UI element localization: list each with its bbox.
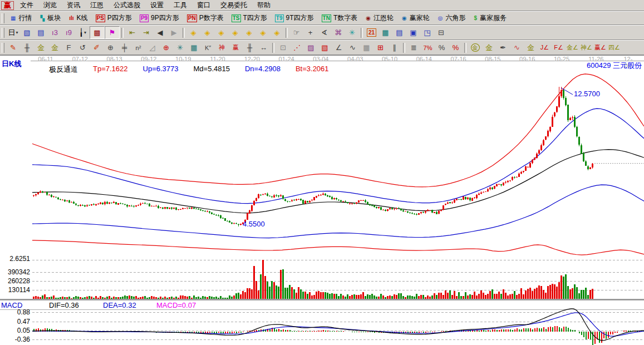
menu-item-1[interactable]: 浏览	[38, 1, 62, 9]
draw-f-angle-icon[interactable]: F∠	[552, 42, 566, 53]
toolbar2-item-2[interactable]: ılıK线	[65, 13, 91, 23]
tool-bars-9-icon[interactable]: ı9	[62, 27, 76, 38]
draw-parallel-lines-icon[interactable]: ∥	[387, 42, 401, 53]
tool-angle-measure-icon[interactable]: ∢	[317, 27, 331, 38]
draw-ying-angle-icon[interactable]: 赢∠	[593, 42, 607, 53]
draw-ruler-123-icon[interactable]: ╫	[243, 42, 257, 53]
toolbar2-item-4[interactable]: P99P四方形	[136, 13, 183, 23]
draw-k-mark-icon[interactable]: K″	[201, 42, 215, 53]
draw-ying-ruler-icon[interactable]: 赢	[229, 42, 243, 53]
draw-pen-ruler-icon[interactable]: ✒	[496, 42, 510, 53]
toolbar2-item-11[interactable]: ◎六角形	[434, 13, 470, 23]
menu-item-7[interactable]: 窗口	[192, 1, 215, 9]
draw-diagonal-box-icon[interactable]: ▧	[318, 42, 332, 53]
tool-prev-icon[interactable]: ◀	[153, 27, 167, 38]
draw-gold-line-icon[interactable]: 金	[524, 42, 538, 53]
tool-gann-tool-icon[interactable]: ⌘	[331, 27, 345, 38]
tool-hand-tool-icon[interactable]: ☞	[289, 27, 303, 38]
draw-gold-circle-icon[interactable]: 金	[468, 42, 482, 53]
tool-gann-diamond-left-icon[interactable]: ◈	[186, 27, 200, 38]
tool-first-page-icon[interactable]: ⇤	[125, 27, 139, 38]
draw-gann-clock-icon[interactable]: ⊕	[104, 42, 117, 53]
tool-gann-diamond-right-icon[interactable]: ◈	[200, 27, 214, 38]
draw-span-measure-icon[interactable]: ↔	[257, 42, 271, 53]
tool-calendar-icon[interactable]: 21	[365, 27, 378, 38]
draw-box-tool-icon[interactable]: ⊡	[276, 42, 290, 53]
tool-gann-diamond-v-icon[interactable]: ◈	[228, 27, 242, 38]
draw-fibonacci-ruler-icon[interactable]: F	[62, 42, 76, 53]
draw-gold-levels-icon[interactable]: 金	[482, 42, 496, 53]
draw-si-angle-icon[interactable]: 四∠	[607, 42, 621, 53]
tool-report-icon[interactable]: ▤	[392, 27, 406, 38]
draw-shen-angle-icon[interactable]: 神∠	[579, 42, 593, 53]
tool-pattern-tool-icon[interactable]: ✳	[345, 27, 359, 38]
menu-item-2[interactable]: 资讯	[62, 1, 85, 9]
toolbar-grip[interactable]	[2, 43, 4, 53]
menu-item-4[interactable]: 公式选股	[109, 1, 145, 9]
draw-square-numbers-icon[interactable]: n²	[131, 42, 145, 53]
tool-save-icon[interactable]: ▣	[406, 27, 420, 38]
draw-wave-tool-icon[interactable]: ∿	[510, 42, 524, 53]
draw-fan-lines-icon[interactable]: ⋰	[290, 42, 304, 53]
draw-percent-lines-icon[interactable]: %	[449, 42, 463, 53]
draw-draw-pen-2-icon[interactable]: ✐	[90, 42, 104, 53]
draw-shen-tool-icon[interactable]: 神	[215, 42, 229, 53]
menu-item-8[interactable]: 交易委托	[215, 1, 252, 9]
toolbar2-item-12[interactable]: $赢家服务	[469, 13, 510, 23]
draw-grid-tool-icon[interactable]: ▦	[360, 42, 373, 53]
tool-next-icon[interactable]: ▶	[167, 27, 181, 38]
draw-web-grid-icon[interactable]: ▦	[187, 42, 201, 53]
tool-gann-diamond-cross-icon[interactable]: ◈	[242, 27, 256, 38]
menu-item-5[interactable]: 设置	[145, 1, 169, 9]
draw-ruler-2-icon[interactable]: ╪	[117, 42, 131, 53]
tool-candle-style-icon[interactable]: ╽▾	[76, 27, 90, 38]
stock-label[interactable]: 600429 三元股份	[587, 62, 642, 70]
toolbar2-item-3[interactable]: PSP四方形	[92, 13, 136, 23]
tool-period-day-icon[interactable]: 日▾	[6, 27, 20, 38]
draw-angle-lines-icon[interactable]: ∠	[332, 42, 346, 53]
tool-print-icon[interactable]: ⊟	[434, 27, 448, 38]
draw-gold-ruler-2-icon[interactable]: 金	[48, 42, 62, 53]
toolbar2-item-5[interactable]: PNP数字表	[183, 13, 228, 23]
tool-channel-view-icon[interactable]: ▧	[20, 27, 34, 38]
tool-calculator-icon[interactable]: ▦	[378, 27, 392, 38]
tool-bars-3-icon[interactable]: ı3	[48, 27, 62, 38]
toolbar2-item-8[interactable]: TNT数字表	[318, 13, 362, 23]
toolbar2-item-0[interactable]: ▦行情	[6, 13, 36, 23]
draw-grid-axis-icon[interactable]: ⊞	[373, 42, 387, 53]
tool-crosshair-tool-icon[interactable]: +	[303, 27, 317, 38]
draw-triangle-tool-icon[interactable]: ◿	[145, 42, 159, 53]
tool-export-icon[interactable]: ◳	[420, 27, 434, 38]
toolbar-grip[interactable]	[2, 28, 4, 38]
toolbar-grip[interactable]	[2, 13, 4, 23]
draw-gold-angle-icon[interactable]: 金∠	[566, 42, 579, 53]
tool-gann-diamond-both-icon[interactable]: ◈	[270, 27, 284, 38]
tool-gann-diamond-h-icon[interactable]: ◈	[214, 27, 228, 38]
menu-item-6[interactable]: 工具	[169, 1, 192, 9]
menu-item-3[interactable]: 江恩	[85, 1, 109, 9]
menu-item-0[interactable]: 文件	[15, 1, 38, 9]
draw-j-angle-icon[interactable]: J∠	[538, 42, 552, 53]
draw-levels-icon[interactable]: ≣	[407, 42, 421, 53]
draw-fan-box-icon[interactable]: ▨	[304, 42, 318, 53]
tool-jifan-channel-icon[interactable]: ▩	[90, 26, 105, 39]
draw-zigzag-icon[interactable]: ∿	[346, 42, 360, 53]
draw-percent-7-icon[interactable]: 7%	[421, 42, 435, 53]
draw-web-tool-icon[interactable]: ✳	[173, 42, 187, 53]
draw-percent-icon[interactable]: %	[435, 42, 449, 53]
toolbar2-item-7[interactable]: T99T四方形	[271, 13, 318, 23]
toolbar2-item-10[interactable]: ◉赢家轮	[397, 13, 434, 23]
draw-gold-ruler-1-icon[interactable]: 金	[34, 42, 48, 53]
tool-gann-diamond-box-icon[interactable]: ◈	[256, 27, 270, 38]
draw-draw-pen-icon[interactable]: ✎	[6, 42, 20, 53]
period-label[interactable]: 日K线	[2, 60, 21, 68]
tool-last-page-icon[interactable]: ⇥	[139, 27, 153, 38]
tool-flag-marker-icon[interactable]: ⚑	[105, 26, 120, 39]
menu-item-9[interactable]: 帮助	[252, 1, 276, 9]
draw-spiral-icon[interactable]: ↺	[76, 42, 90, 53]
draw-ruler-icon[interactable]: ╫	[20, 42, 34, 53]
toolbar2-item-9[interactable]: ◉江恩轮	[361, 13, 397, 23]
toolbar2-item-6[interactable]: TST四方形	[228, 13, 271, 23]
draw-crosshair-circle-icon[interactable]: ⊕	[159, 42, 173, 53]
tool-info-view-icon[interactable]: ▤	[34, 27, 48, 38]
